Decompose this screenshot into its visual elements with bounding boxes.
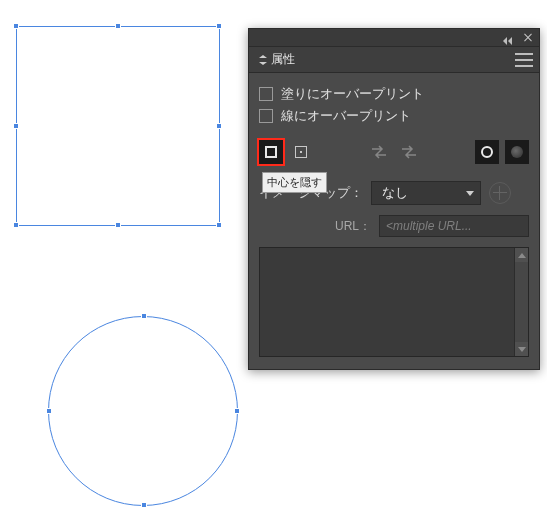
anchor-point[interactable] <box>141 313 147 319</box>
selection-handle[interactable] <box>13 123 19 129</box>
anchor-point[interactable] <box>234 408 240 414</box>
tab-label: 属性 <box>271 51 295 68</box>
scroll-thumb[interactable] <box>515 262 528 342</box>
description-textarea[interactable] <box>259 247 529 357</box>
tab-attributes[interactable]: 属性 <box>259 51 295 68</box>
even-odd-button[interactable] <box>505 140 529 164</box>
panel-tabbar: 属性 <box>249 47 539 73</box>
overprint-fill-label: 塗りにオーバープリント <box>281 85 424 103</box>
overprint-stroke-checkbox[interactable] <box>259 109 273 123</box>
circle-open-icon <box>481 146 493 158</box>
arrows-icon <box>371 145 387 159</box>
close-icon[interactable] <box>523 33 533 43</box>
overprint-fill-row: 塗りにオーバープリント <box>259 85 529 103</box>
selection-handle[interactable] <box>216 23 222 29</box>
chevron-down-icon <box>466 191 474 196</box>
selected-rectangle[interactable] <box>16 26 220 226</box>
overprint-fill-checkbox[interactable] <box>259 87 273 101</box>
imagemap-select[interactable]: なし <box>371 181 481 205</box>
anchor-point[interactable] <box>46 408 52 414</box>
show-center-button[interactable] <box>289 140 313 164</box>
hide-center-button[interactable] <box>259 140 283 164</box>
url-field[interactable]: <multiple URL... <box>379 215 529 237</box>
selection-handle[interactable] <box>115 23 121 29</box>
panel-topbar <box>249 29 539 47</box>
svg-marker-0 <box>503 37 507 45</box>
nonzero-winding-button[interactable] <box>475 140 499 164</box>
scrollbar[interactable] <box>514 248 528 356</box>
selected-ellipse[interactable] <box>48 316 238 506</box>
svg-marker-1 <box>508 37 512 45</box>
reverse-path-off-button[interactable] <box>367 140 391 164</box>
selection-handle[interactable] <box>216 222 222 228</box>
scroll-down-button[interactable] <box>515 342 528 356</box>
selection-handle[interactable] <box>115 222 121 228</box>
overprint-stroke-label: 線にオーバープリント <box>281 107 411 125</box>
reverse-path-on-button[interactable] <box>397 140 421 164</box>
url-row: URL： <multiple URL... <box>259 215 529 237</box>
tooltip-hide-center: 中心を隠す <box>262 172 327 193</box>
square-icon <box>265 146 277 158</box>
anchor-point[interactable] <box>141 502 147 508</box>
scroll-up-button[interactable] <box>515 248 528 262</box>
selection-handle[interactable] <box>216 123 222 129</box>
arrows-icon <box>401 145 417 159</box>
collapse-icon[interactable] <box>503 34 513 42</box>
svg-marker-2 <box>259 55 267 58</box>
selection-handle[interactable] <box>13 222 19 228</box>
url-label: URL： <box>335 218 371 235</box>
svg-marker-3 <box>259 62 267 65</box>
url-placeholder: <multiple URL... <box>386 219 472 233</box>
panel-body: 塗りにオーバープリント 線にオーバープリント <box>249 73 539 369</box>
tab-expand-icon <box>259 55 267 65</box>
selection-handle[interactable] <box>13 23 19 29</box>
imagemap-value: なし <box>382 184 408 202</box>
attributes-panel: 属性 塗りにオーバープリント 線にオーバープリント <box>248 28 540 370</box>
square-dot-icon <box>295 146 307 158</box>
icon-button-row <box>259 139 529 165</box>
overprint-stroke-row: 線にオーバープリント <box>259 107 529 125</box>
flyout-menu-icon[interactable] <box>515 53 533 67</box>
circle-solid-icon <box>511 146 523 158</box>
browser-icon[interactable] <box>489 182 511 204</box>
